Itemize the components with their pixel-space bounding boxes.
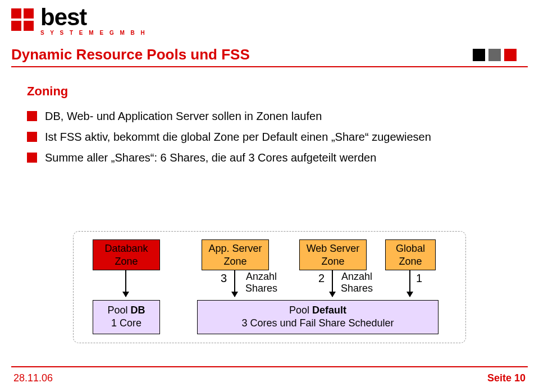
zone-box-appserver: App. Server Zone [202,239,269,270]
bullet-text: Ist FSS aktiv, bekommt die global Zone p… [45,131,431,144]
pool-detail: 3 Cores und Fail Share Scheduler [241,317,394,329]
logo-text: best S Y S T E M E G M B H [40,6,147,36]
arrow-down-icon [409,270,410,297]
pool-name: Default [312,305,346,316]
section-heading: Zoning [27,84,512,99]
list-item: DB, Web- und Application Server sollen i… [27,110,512,123]
arrow-down-icon [234,270,235,297]
share-label: Anzahl Shares [341,271,373,294]
pool-detail: 1 Core [111,317,141,329]
bullet-square-icon [27,153,37,163]
zone-sub: Zone [223,256,246,267]
zone-name: Web Server [307,243,360,254]
zone-sub: Zone [115,256,138,267]
footer-page: Seite 10 [487,372,526,384]
bullet-text: DB, Web- und Application Server sollen i… [45,110,322,123]
zone-name: Global [396,243,425,254]
pool-box-db: Pool DB 1 Core [93,300,160,334]
share-label: Anzahl Shares [245,271,277,294]
bullet-square-icon [27,111,37,121]
pool-prefix: Pool [289,305,312,316]
brand-name: best [40,6,147,29]
zone-box-databank: Databank Zone [93,239,160,270]
share-count: 3 [221,272,227,285]
decorative-squares-icon [473,49,517,61]
slide: best S Y S T E M E G M B H Dynamic Resou… [0,0,539,392]
title-rule [11,66,528,67]
brand-logo: best S Y S T E M E G M B H [11,6,147,36]
logo-mark-icon [11,8,37,33]
footer-date: 28.11.06 [13,372,53,384]
pool-box-default: Pool Default 3 Cores und Fail Share Sche… [197,300,438,334]
zone-sub: Zone [399,256,422,267]
zone-sub: Zone [321,256,344,267]
zone-box-webserver: Web Server Zone [299,239,367,270]
bullet-square-icon [27,132,37,142]
bullet-text: Summe aller „Shares“: 6 Shares, die auf … [45,151,376,164]
page-title: Dynamic Resource Pools und FSS [11,46,250,63]
body: Zoning DB, Web- und Application Server s… [27,84,512,172]
zone-box-global: Global Zone [385,239,436,270]
zone-name: App. Server [208,243,262,254]
pool-prefix: Pool [107,305,130,316]
bullet-list: DB, Web- und Application Server sollen i… [27,110,512,164]
list-item: Summe aller „Shares“: 6 Shares, die auf … [27,151,512,164]
architecture-diagram: Databank Zone App. Server Zone Web Serve… [73,231,466,343]
pool-name: DB [131,305,145,316]
arrow-down-icon [125,270,126,297]
list-item: Ist FSS aktiv, bekommt die global Zone p… [27,131,512,144]
arrow-down-icon [332,270,333,297]
brand-tagline: S Y S T E M E G M B H [40,30,147,36]
zone-name: Databank [104,243,148,254]
footer-rule [11,366,528,367]
share-count: 1 [416,272,422,285]
share-count: 2 [318,272,325,285]
